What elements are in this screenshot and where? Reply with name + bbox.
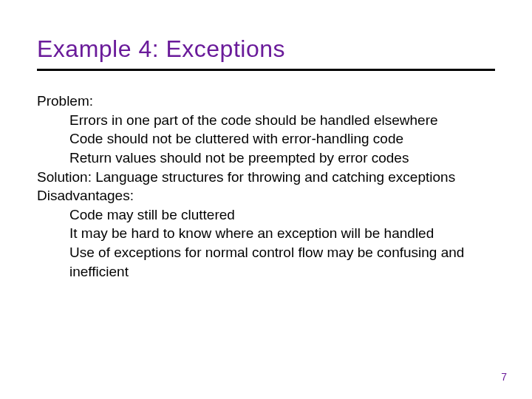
problem-item: Return values should not be preempted by… — [69, 149, 495, 168]
problem-label: Problem: — [37, 92, 495, 111]
slide-title: Example 4: Exceptions — [37, 35, 495, 63]
problem-item: Errors in one part of the code should be… — [69, 111, 495, 130]
disadvantages-item: It may be hard to know where an exceptio… — [69, 224, 495, 243]
disadvantages-item: Use of exceptions for normal control flo… — [69, 243, 495, 281]
slide: Example 4: Exceptions Problem: Errors in… — [0, 0, 532, 399]
title-underline — [37, 69, 495, 71]
disadvantages-item: Code may still be cluttered — [69, 205, 495, 225]
solution-line: Solution: Language structures for throwi… — [37, 168, 495, 187]
page-number: 7 — [501, 371, 507, 383]
problem-item: Code should not be cluttered with error-… — [69, 129, 495, 149]
slide-body: Problem: Errors in one part of the code … — [37, 92, 495, 281]
disadvantages-label: Disadvantages: — [37, 186, 495, 205]
